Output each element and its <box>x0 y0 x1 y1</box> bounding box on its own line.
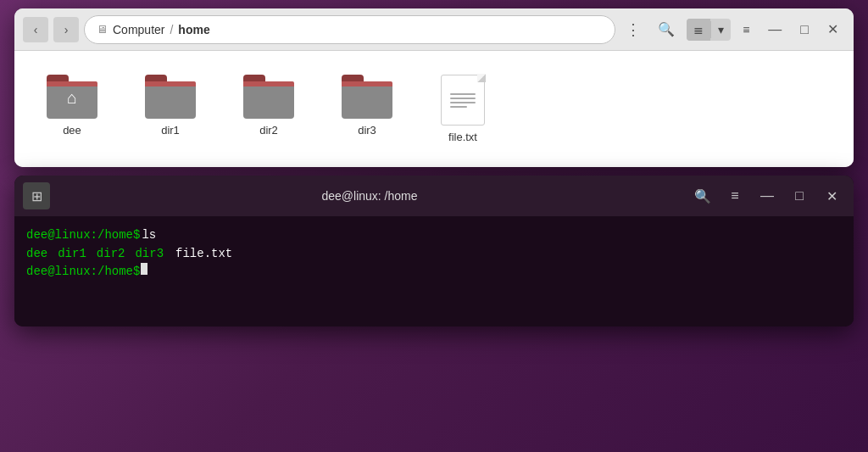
terminal-window: ⊞ dee@linux: /home 🔍 ≡ — □ ✕ dee@linux:/… <box>14 176 854 326</box>
folder-icon <box>243 75 294 119</box>
term-menu-button[interactable]: ≡ <box>721 182 748 209</box>
terminal-prompt: dee@linux:/home$ <box>26 263 140 281</box>
address-current: home <box>178 23 209 36</box>
terminal-output-cyan: dir1 <box>58 245 86 263</box>
fm-titlebar: ‹ › 🖥 Computer / home ⋮ 🔍 ≣ ▾ ≡ — □ ✕ <box>14 8 854 51</box>
item-label: dir3 <box>358 124 376 137</box>
term-search-button[interactable]: 🔍 <box>689 182 716 209</box>
terminal-title: dee@linux: /home <box>55 189 684 203</box>
item-label: dir2 <box>259 124 278 137</box>
item-label: dee <box>63 124 81 137</box>
terminal-content[interactable]: dee@linux:/home$ ls dee dir1 dir2 dir3 f… <box>14 216 854 326</box>
item-label: dir1 <box>161 124 180 137</box>
terminal-command: ls <box>142 226 156 244</box>
terminal-output-cyan: dir3 <box>135 245 164 263</box>
folder-icon <box>145 75 196 119</box>
list-item[interactable]: ⌂ dee <box>40 68 104 143</box>
folder-icon <box>342 75 392 119</box>
new-tab-button[interactable]: ⊞ <box>23 182 50 209</box>
terminal-output-cyan: dir2 <box>97 245 125 263</box>
search-button[interactable]: 🔍 <box>651 18 682 41</box>
computer-icon: 🖥 <box>97 23 108 36</box>
term-close-button[interactable]: ✕ <box>818 182 845 209</box>
close-button[interactable]: ✕ <box>821 17 845 42</box>
forward-button[interactable]: › <box>53 17 79 42</box>
back-button[interactable]: ‹ <box>23 17 48 42</box>
more-options-button[interactable]: ⋮ <box>620 17 646 42</box>
terminal-line: dee@linux:/home$ <box>26 263 842 281</box>
item-label: file.txt <box>448 131 477 143</box>
terminal-cursor <box>141 263 147 275</box>
terminal-output-cyan: dee <box>26 245 47 263</box>
terminal-output-white: file.txt <box>175 245 232 263</box>
grid-view-button[interactable]: ≣ <box>687 19 710 41</box>
term-titlebar: ⊞ dee@linux: /home 🔍 ≡ — □ ✕ <box>14 176 854 216</box>
view-dropdown-button[interactable]: ▾ <box>711 19 731 41</box>
fm-items-grid: ⌂ dee dir1 <box>40 68 828 150</box>
address-prefix: Computer <box>113 23 164 36</box>
address-separator: / <box>170 23 173 36</box>
term-maximize-button[interactable]: □ <box>786 182 813 209</box>
list-item[interactable]: dir1 <box>138 68 203 143</box>
minimize-button[interactable]: — <box>761 18 788 42</box>
file-icon <box>441 75 485 126</box>
maximize-button[interactable]: □ <box>793 18 815 42</box>
terminal-line: dee dir1 dir2 dir3 file.txt <box>26 245 842 263</box>
term-minimize-button[interactable]: — <box>754 182 781 209</box>
list-view-button[interactable]: ≡ <box>736 19 756 41</box>
address-bar[interactable]: 🖥 Computer / home <box>84 15 615 44</box>
list-item[interactable]: file.txt <box>433 68 492 150</box>
fm-content-area: ⌂ dee dir1 <box>14 51 854 167</box>
list-item[interactable]: dir2 <box>236 68 301 143</box>
terminal-line: dee@linux:/home$ ls <box>26 226 842 244</box>
new-tab-icon: ⊞ <box>31 188 42 204</box>
home-folder-icon: ⌂ <box>47 75 97 119</box>
file-manager-window: ‹ › 🖥 Computer / home ⋮ 🔍 ≣ ▾ ≡ — □ ✕ <box>14 8 854 167</box>
terminal-prompt: dee@linux:/home$ <box>26 226 140 244</box>
list-item[interactable]: dir3 <box>335 68 399 143</box>
view-toggle-group: ≣ ▾ <box>687 19 731 41</box>
